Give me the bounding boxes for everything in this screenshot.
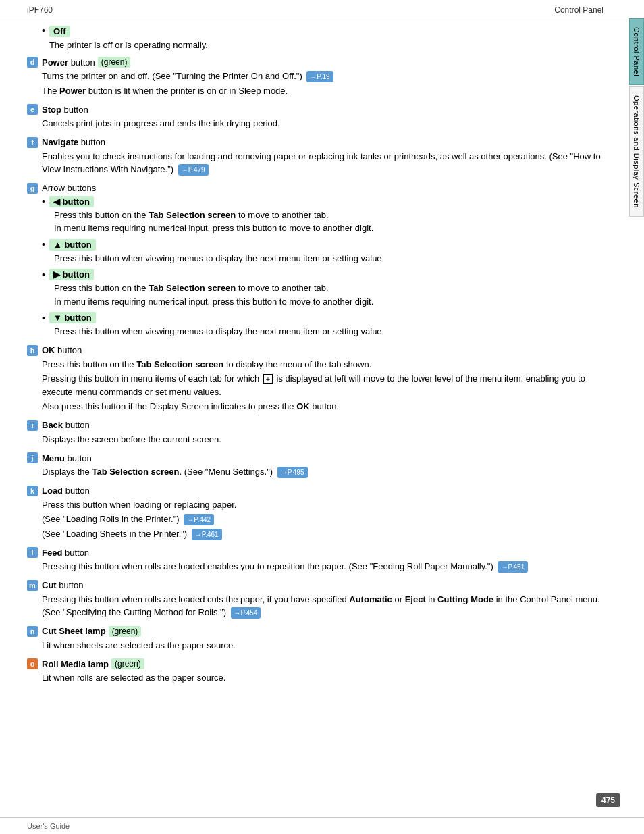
power-badge: (green) <box>98 57 131 68</box>
menu-title: Menu <box>42 453 65 463</box>
arrow-right: • ▶ button Press this button on the Tab … <box>42 269 602 308</box>
arrow-down-desc: Press this button when viewing menus to … <box>54 325 602 338</box>
section-g: g Arrow buttons • ◀ button Press this bu… <box>27 183 602 338</box>
xref-p442: →P.442 <box>184 514 214 525</box>
power-desc1: Turns the printer on and off. (See "Turn… <box>42 70 602 83</box>
letter-j: j <box>27 452 38 463</box>
arrow-left: • ◀ button Press this button on the Tab … <box>42 196 602 235</box>
bullet-dot-right: • <box>42 269 45 280</box>
top-bullet-off: • Off The printer is off or is operating… <box>42 25 602 51</box>
back-suffix: button <box>63 420 90 430</box>
arrow-up: • ▲ button Press this button when viewin… <box>42 239 602 265</box>
power-title: Power <box>42 57 68 68</box>
menu-suffix: button <box>65 453 92 463</box>
section-e-label: e Stop button <box>27 104 602 115</box>
section-o-label: o Roll Media lamp (green) <box>27 658 602 669</box>
rollmedia-badge: (green) <box>111 658 144 669</box>
section-k-desc: Press this button when loading or replac… <box>42 498 602 541</box>
arrow-up-label: • ▲ button <box>42 239 602 251</box>
section-l: l Feed button Pressing this button when … <box>27 547 602 573</box>
section-e: e Stop button Cancels print jobs in prog… <box>27 104 602 130</box>
top-bullet-content: Off The printer is off or is operating n… <box>49 25 208 51</box>
section-n-label: n Cut Sheet lamp (green) <box>27 626 602 637</box>
arrow-right-text: ▶ button <box>49 269 94 280</box>
stop-title: Stop <box>42 105 61 115</box>
arrow-up-text: ▲ button <box>49 239 96 251</box>
section-j-label: j Menu button <box>27 452 602 463</box>
arrow-up-desc: Press this button when viewing menus to … <box>54 252 602 265</box>
power-suffix: button <box>68 57 95 68</box>
section-k: k Load button Press this button when loa… <box>27 486 602 541</box>
section-f-desc: Enables you to check instructions for lo… <box>42 150 602 176</box>
header-right: Control Panel <box>554 5 603 15</box>
sidebar-tab-control-panel[interactable]: Control Panel <box>629 18 644 85</box>
main-content: • Off The printer is off or is operating… <box>0 18 644 817</box>
section-d: d Power button (green) Turns the printer… <box>27 57 602 97</box>
footer-left: User's Guide <box>27 822 70 830</box>
section-m-desc: Pressing this button when rolls are load… <box>42 593 602 619</box>
section-i-label: i Back button <box>27 420 602 431</box>
back-title: Back <box>42 420 63 430</box>
xref-p461: →P.461 <box>192 529 222 540</box>
letter-k: k <box>27 486 38 496</box>
letter-o: o <box>27 658 38 669</box>
stop-desc1: Cancels print jobs in progress and ends … <box>42 117 602 130</box>
letter-e: e <box>27 104 38 115</box>
navigate-title: Navigate <box>42 137 78 147</box>
section-l-desc: Pressing this button when rolls are load… <box>42 560 602 573</box>
arrow-left-text: ◀ button <box>49 196 94 207</box>
section-k-label: k Load button <box>27 486 602 496</box>
power-desc2: The Power button is lit when the printer… <box>42 84 602 98</box>
cutsheet-title: Cut Sheet lamp <box>42 626 106 636</box>
section-o-desc: Lit when rolls are selected as the paper… <box>42 671 602 685</box>
arrow-title: Arrow buttons <box>42 183 96 193</box>
arrow-down-text: ▼ button <box>49 312 96 323</box>
letter-d: d <box>27 57 38 68</box>
arrow-left-label: • ◀ button <box>42 196 602 207</box>
section-h-desc: Press this button on the Tab Selection s… <box>42 358 602 413</box>
section-d-desc: Turns the printer on and off. (See "Turn… <box>42 70 602 97</box>
section-n: n Cut Sheet lamp (green) Lit when sheets… <box>27 626 602 652</box>
off-label: Off <box>49 26 70 37</box>
page-number: 475 <box>596 793 620 807</box>
arrow-down-label: • ▼ button <box>42 312 602 323</box>
section-m-label: m Cut button <box>27 580 602 591</box>
arrow-down: • ▼ button Press this button when viewin… <box>42 312 602 338</box>
page-footer: User's Guide <box>0 817 644 834</box>
letter-f: f <box>27 137 38 148</box>
section-d-label: d Power button (green) <box>27 57 602 68</box>
arrow-right-desc: Press this button on the Tab Selection s… <box>54 282 602 308</box>
letter-n: n <box>27 626 38 637</box>
letter-m: m <box>27 580 38 591</box>
stop-suffix: button <box>61 105 88 115</box>
load-title: Load <box>42 486 63 496</box>
cutsheet-badge: (green) <box>109 626 142 637</box>
header-left: iPF760 <box>27 5 53 15</box>
cut-title: Cut <box>42 580 57 590</box>
content-body: • Off The printer is off or is operating… <box>0 18 629 817</box>
section-l-label: l Feed button <box>27 547 602 558</box>
section-h: h OK button Press this button on the Tab… <box>27 345 602 413</box>
xref-p19: →P.19 <box>306 71 333 82</box>
section-f-label: f Navigate button <box>27 137 602 148</box>
navigate-desc1: Enables you to check instructions for lo… <box>42 150 602 176</box>
section-j: j Menu button Displays the Tab Selection… <box>27 452 602 479</box>
cut-suffix: button <box>57 580 84 590</box>
section-o: o Roll Media lamp (green) Lit when rolls… <box>27 658 602 685</box>
ok-title: OK <box>42 345 55 355</box>
sidebar-tab-operations[interactable]: Operations and Display Screen <box>629 86 644 217</box>
xref-p451: →P.451 <box>498 561 528 573</box>
section-i-desc: Displays the screen before the current s… <box>42 433 602 446</box>
navigate-suffix: button <box>78 137 105 147</box>
right-sidebar: Control Panel Operations and Display Scr… <box>629 18 644 817</box>
section-g-label: g Arrow buttons <box>27 183 602 194</box>
letter-g: g <box>27 183 38 194</box>
feed-title: Feed <box>42 548 62 558</box>
section-h-label: h OK button <box>27 345 602 356</box>
bullet-dot-down: • <box>42 313 45 323</box>
page-header: iPF760 Control Panel <box>0 0 644 18</box>
arrow-bullets: • ◀ button Press this button on the Tab … <box>42 196 602 338</box>
arrow-left-desc: Press this button on the Tab Selection s… <box>54 209 602 235</box>
section-i: i Back button Displays the screen before… <box>27 420 602 446</box>
letter-l: l <box>27 547 38 558</box>
